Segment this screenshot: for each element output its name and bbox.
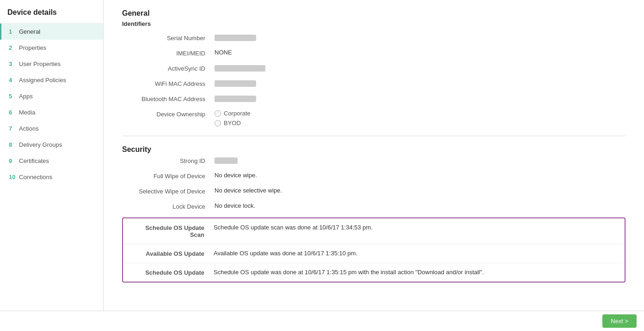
field-value	[215, 79, 626, 87]
field-row: Bluetooth MAC Address	[122, 95, 626, 102]
sidebar-item-num: 6	[9, 109, 16, 116]
blurred-field	[215, 157, 238, 164]
radio-label: BYOD	[224, 120, 241, 126]
sidebar-item-media[interactable]: 6Media	[0, 104, 103, 120]
sidebar-item-user-properties[interactable]: 3User Properties	[0, 56, 103, 72]
os-update-highlight-box: Schedule OS Update ScanSchedule OS updat…	[122, 217, 626, 283]
sidebar-item-delivery-groups[interactable]: 8Delivery Groups	[0, 137, 103, 153]
field-row: Selective Wipe of DeviceNo device select…	[122, 187, 626, 195]
sidebar-item-num: 2	[9, 44, 16, 51]
radio-item: BYOD	[215, 120, 626, 126]
highlight-row: Schedule OS UpdateSchedule OS update was…	[123, 263, 625, 282]
field-row: Device OwnershipCorporateBYOD	[122, 110, 626, 126]
field-row: Full Wipe of DeviceNo device wipe.	[122, 172, 626, 180]
highlight-label: Available OS Update	[130, 250, 214, 257]
section-security: Security Strong IDFull Wipe of DeviceNo …	[122, 145, 626, 283]
sidebar-item-label: Delivery Groups	[19, 141, 62, 148]
field-row: WiFi MAC Address	[122, 79, 626, 87]
sidebar-title: Device details	[0, 0, 103, 24]
sidebar: Device details 1General2Properties3User …	[0, 0, 104, 311]
radio-item: Corporate	[215, 110, 626, 117]
field-value: No device lock.	[215, 202, 626, 209]
field-row: Strong ID	[122, 156, 626, 164]
highlight-value: Schedule OS update scan was done at 10/6…	[214, 224, 617, 231]
radio-circle	[215, 110, 221, 117]
radio-label: Corporate	[224, 110, 251, 117]
blurred-field	[215, 80, 256, 87]
sidebar-item-label: Connections	[19, 174, 52, 181]
field-label: Lock Device	[122, 202, 215, 210]
field-value: No device wipe.	[215, 172, 626, 179]
highlight-value: Schedule OS update was done at 10/6/17 1…	[214, 269, 617, 276]
sidebar-item-label: Assigned Policies	[19, 77, 66, 84]
field-value	[215, 34, 626, 41]
field-value: NONE	[215, 49, 626, 56]
radio-circle	[215, 120, 221, 126]
sidebar-item-actions[interactable]: 7Actions	[0, 120, 103, 137]
field-label: Device Ownership	[122, 110, 215, 118]
section-general: General Identifiers Serial NumberIMEI/ME…	[122, 9, 626, 126]
sidebar-item-num: 9	[9, 157, 16, 164]
sidebar-item-label: Actions	[19, 125, 39, 132]
highlight-row: Schedule OS Update ScanSchedule OS updat…	[123, 218, 625, 244]
highlight-label: Schedule OS Update	[130, 269, 214, 276]
field-value	[215, 95, 626, 102]
next-button[interactable]: Next >	[602, 314, 637, 328]
field-label: Serial Number	[122, 34, 215, 42]
field-row: Serial Number	[122, 34, 626, 42]
footer: Next >	[0, 311, 644, 331]
sidebar-item-label: Properties	[19, 44, 46, 51]
sidebar-item-num: 7	[9, 125, 16, 132]
sidebar-item-num: 10	[9, 174, 16, 181]
highlight-label: Schedule OS Update Scan	[130, 224, 214, 238]
sidebar-item-label: User Properties	[19, 60, 61, 67]
sidebar-item-apps[interactable]: 5Apps	[0, 88, 103, 104]
sidebar-item-properties[interactable]: 2Properties	[0, 40, 103, 56]
field-row: ActiveSync ID	[122, 64, 626, 72]
sidebar-item-label: Certificates	[19, 157, 49, 164]
section-divider	[122, 136, 626, 136]
field-label: IMEI/MEID	[122, 49, 215, 57]
sidebar-item-label: Media	[19, 109, 35, 116]
general-title: General	[122, 9, 626, 18]
highlight-value: Available OS update was done at 10/6/17 …	[214, 250, 617, 257]
field-label: WiFi MAC Address	[122, 79, 215, 87]
field-label: Strong ID	[122, 156, 215, 164]
field-row: Lock DeviceNo device lock.	[122, 202, 626, 210]
content-area: General Identifiers Serial NumberIMEI/ME…	[104, 0, 644, 311]
field-value	[215, 64, 626, 72]
sidebar-item-certificates[interactable]: 9Certificates	[0, 153, 103, 169]
sidebar-item-label: Apps	[19, 93, 33, 100]
blurred-field	[215, 65, 265, 72]
sidebar-item-label: General	[19, 28, 40, 35]
field-label: Selective Wipe of Device	[122, 187, 215, 195]
field-value: CorporateBYOD	[215, 110, 626, 126]
identifiers-subtitle: Identifiers	[122, 20, 626, 27]
highlight-row: Available OS UpdateAvailable OS update w…	[123, 244, 625, 263]
sidebar-item-num: 4	[9, 77, 16, 84]
blurred-field	[215, 96, 256, 102]
sidebar-item-general[interactable]: 1General	[0, 24, 103, 40]
sidebar-item-num: 5	[9, 93, 16, 100]
radio-group: CorporateBYOD	[215, 110, 626, 126]
sidebar-item-connections[interactable]: 10Connections	[0, 169, 103, 185]
blurred-field	[215, 35, 256, 41]
field-label: Full Wipe of Device	[122, 172, 215, 180]
security-title: Security	[122, 145, 626, 154]
sidebar-item-num: 8	[9, 141, 16, 148]
sidebar-item-num: 3	[9, 60, 16, 67]
sidebar-item-num: 1	[9, 28, 16, 35]
field-row: IMEI/MEIDNONE	[122, 49, 626, 57]
field-label: ActiveSync ID	[122, 64, 215, 72]
field-value	[215, 156, 626, 164]
sidebar-item-assigned-policies[interactable]: 4Assigned Policies	[0, 72, 103, 88]
field-label: Bluetooth MAC Address	[122, 95, 215, 102]
field-value: No device selective wipe.	[215, 187, 626, 194]
